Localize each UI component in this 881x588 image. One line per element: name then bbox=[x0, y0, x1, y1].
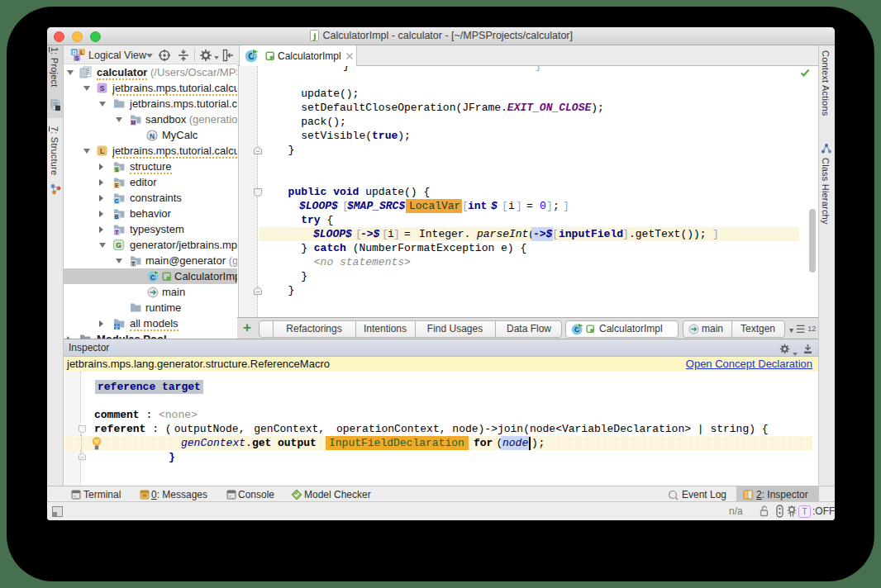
svg-text:>_: >_ bbox=[74, 494, 80, 499]
svg-text:N: N bbox=[150, 131, 155, 140]
svg-text:E: E bbox=[115, 183, 119, 188]
svg-text:C: C bbox=[115, 198, 119, 204]
svg-text:T: T bbox=[115, 230, 118, 235]
svg-text:L: L bbox=[100, 147, 104, 155]
svg-text:T: T bbox=[131, 261, 135, 267]
svg-text:>_: >_ bbox=[229, 494, 236, 499]
svg-text:D: D bbox=[72, 50, 76, 55]
svg-text:S: S bbox=[75, 55, 79, 61]
svg-text:G: G bbox=[116, 241, 121, 249]
svg-text:j: j bbox=[312, 31, 317, 40]
svg-text:M: M bbox=[131, 120, 135, 126]
svg-text:S: S bbox=[115, 167, 119, 173]
svg-text:B: B bbox=[115, 214, 119, 220]
svg-text:L: L bbox=[80, 50, 84, 55]
svg-text:S: S bbox=[100, 84, 105, 92]
